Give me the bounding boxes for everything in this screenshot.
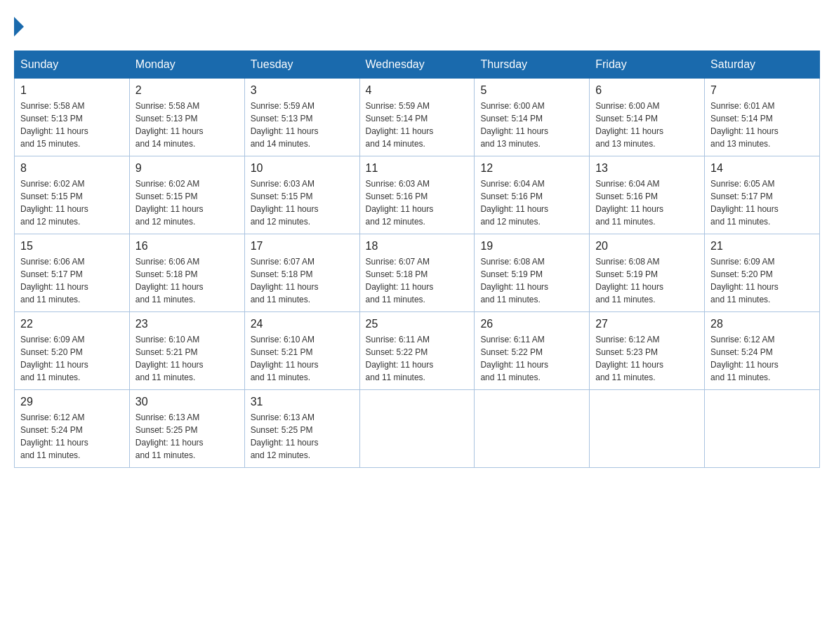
day-number: 5 xyxy=(480,84,583,97)
logo xyxy=(14,14,24,36)
day-info: Sunrise: 6:02 AMSunset: 5:15 PMDaylight:… xyxy=(20,177,124,228)
day-info: Sunrise: 6:13 AMSunset: 5:25 PMDaylight:… xyxy=(135,411,239,462)
calendar-cell: 18 Sunrise: 6:07 AMSunset: 5:18 PMDaylig… xyxy=(359,234,475,312)
calendar-header-saturday: Saturday xyxy=(705,51,820,79)
calendar-header-thursday: Thursday xyxy=(475,51,590,79)
day-number: 30 xyxy=(135,396,239,408)
day-number: 13 xyxy=(595,162,699,175)
calendar-cell: 5 Sunrise: 6:00 AMSunset: 5:14 PMDayligh… xyxy=(475,79,590,156)
calendar-header-row: SundayMondayTuesdayWednesdayThursdayFrid… xyxy=(15,51,820,79)
calendar-week-row: 22 Sunrise: 6:09 AMSunset: 5:20 PMDaylig… xyxy=(15,312,820,390)
calendar-header-sunday: Sunday xyxy=(15,51,130,79)
calendar-week-row: 15 Sunrise: 6:06 AMSunset: 5:17 PMDaylig… xyxy=(15,234,820,312)
day-info: Sunrise: 6:12 AMSunset: 5:23 PMDaylight:… xyxy=(595,333,699,384)
day-info: Sunrise: 6:01 AMSunset: 5:14 PMDaylight:… xyxy=(710,100,814,150)
day-info: Sunrise: 6:05 AMSunset: 5:17 PMDaylight:… xyxy=(710,177,814,228)
day-number: 24 xyxy=(251,318,354,330)
day-info: Sunrise: 5:59 AMSunset: 5:14 PMDaylight:… xyxy=(366,100,469,150)
day-info: Sunrise: 6:10 AMSunset: 5:21 PMDaylight:… xyxy=(135,333,239,384)
day-number: 18 xyxy=(366,240,469,253)
day-number: 23 xyxy=(135,318,239,330)
calendar-header-monday: Monday xyxy=(129,51,244,79)
calendar-cell: 12 Sunrise: 6:04 AMSunset: 5:16 PMDaylig… xyxy=(475,156,590,234)
day-info: Sunrise: 6:11 AMSunset: 5:22 PMDaylight:… xyxy=(480,333,583,384)
calendar-cell: 17 Sunrise: 6:07 AMSunset: 5:18 PMDaylig… xyxy=(244,234,359,312)
calendar-cell: 9 Sunrise: 6:02 AMSunset: 5:15 PMDayligh… xyxy=(129,156,244,234)
page-header xyxy=(14,14,820,36)
day-number: 3 xyxy=(251,84,354,97)
day-info: Sunrise: 6:00 AMSunset: 5:14 PMDaylight:… xyxy=(480,100,583,150)
calendar-cell: 7 Sunrise: 6:01 AMSunset: 5:14 PMDayligh… xyxy=(705,79,820,156)
day-number: 28 xyxy=(710,318,814,330)
calendar-cell: 16 Sunrise: 6:06 AMSunset: 5:18 PMDaylig… xyxy=(129,234,244,312)
calendar-cell: 30 Sunrise: 6:13 AMSunset: 5:25 PMDaylig… xyxy=(129,390,244,468)
calendar-cell: 22 Sunrise: 6:09 AMSunset: 5:20 PMDaylig… xyxy=(15,312,130,390)
calendar-cell: 6 Sunrise: 6:00 AMSunset: 5:14 PMDayligh… xyxy=(590,79,705,156)
day-number: 2 xyxy=(135,84,239,97)
day-info: Sunrise: 6:03 AMSunset: 5:16 PMDaylight:… xyxy=(366,177,469,228)
calendar-cell: 19 Sunrise: 6:08 AMSunset: 5:19 PMDaylig… xyxy=(475,234,590,312)
calendar-cell: 21 Sunrise: 6:09 AMSunset: 5:20 PMDaylig… xyxy=(705,234,820,312)
day-number: 10 xyxy=(251,162,354,175)
calendar-cell: 28 Sunrise: 6:12 AMSunset: 5:24 PMDaylig… xyxy=(705,312,820,390)
day-number: 7 xyxy=(710,84,814,97)
calendar-header-friday: Friday xyxy=(590,51,705,79)
day-info: Sunrise: 6:11 AMSunset: 5:22 PMDaylight:… xyxy=(366,333,469,384)
day-number: 25 xyxy=(366,318,469,330)
calendar-cell: 20 Sunrise: 6:08 AMSunset: 5:19 PMDaylig… xyxy=(590,234,705,312)
day-number: 29 xyxy=(20,396,124,408)
calendar-cell: 2 Sunrise: 5:58 AMSunset: 5:13 PMDayligh… xyxy=(129,79,244,156)
calendar-cell: 1 Sunrise: 5:58 AMSunset: 5:13 PMDayligh… xyxy=(15,79,130,156)
day-info: Sunrise: 6:13 AMSunset: 5:25 PMDaylight:… xyxy=(251,411,354,462)
calendar-week-row: 29 Sunrise: 6:12 AMSunset: 5:24 PMDaylig… xyxy=(15,390,820,468)
day-number: 16 xyxy=(135,240,239,253)
day-number: 31 xyxy=(251,396,354,408)
day-info: Sunrise: 6:06 AMSunset: 5:17 PMDaylight:… xyxy=(20,255,124,306)
day-info: Sunrise: 6:10 AMSunset: 5:21 PMDaylight:… xyxy=(251,333,354,384)
calendar-cell: 26 Sunrise: 6:11 AMSunset: 5:22 PMDaylig… xyxy=(475,312,590,390)
day-info: Sunrise: 6:03 AMSunset: 5:15 PMDaylight:… xyxy=(251,177,354,228)
day-info: Sunrise: 6:09 AMSunset: 5:20 PMDaylight:… xyxy=(710,255,814,306)
day-number: 15 xyxy=(20,240,124,253)
day-info: Sunrise: 5:59 AMSunset: 5:13 PMDaylight:… xyxy=(251,100,354,150)
calendar-cell: 8 Sunrise: 6:02 AMSunset: 5:15 PMDayligh… xyxy=(15,156,130,234)
calendar-week-row: 8 Sunrise: 6:02 AMSunset: 5:15 PMDayligh… xyxy=(15,156,820,234)
calendar-cell: 11 Sunrise: 6:03 AMSunset: 5:16 PMDaylig… xyxy=(359,156,475,234)
day-info: Sunrise: 6:12 AMSunset: 5:24 PMDaylight:… xyxy=(20,411,124,462)
day-number: 26 xyxy=(480,318,583,330)
calendar-week-row: 1 Sunrise: 5:58 AMSunset: 5:13 PMDayligh… xyxy=(15,79,820,156)
day-info: Sunrise: 6:08 AMSunset: 5:19 PMDaylight:… xyxy=(480,255,583,306)
calendar-cell: 14 Sunrise: 6:05 AMSunset: 5:17 PMDaylig… xyxy=(705,156,820,234)
day-info: Sunrise: 5:58 AMSunset: 5:13 PMDaylight:… xyxy=(135,100,239,150)
calendar-cell xyxy=(475,390,590,468)
calendar-cell: 10 Sunrise: 6:03 AMSunset: 5:15 PMDaylig… xyxy=(244,156,359,234)
day-info: Sunrise: 6:12 AMSunset: 5:24 PMDaylight:… xyxy=(710,333,814,384)
calendar-cell: 25 Sunrise: 6:11 AMSunset: 5:22 PMDaylig… xyxy=(359,312,475,390)
day-info: Sunrise: 6:07 AMSunset: 5:18 PMDaylight:… xyxy=(251,255,354,306)
day-info: Sunrise: 6:07 AMSunset: 5:18 PMDaylight:… xyxy=(366,255,469,306)
calendar-cell: 24 Sunrise: 6:10 AMSunset: 5:21 PMDaylig… xyxy=(244,312,359,390)
calendar-cell xyxy=(590,390,705,468)
calendar-cell xyxy=(359,390,475,468)
day-number: 9 xyxy=(135,162,239,175)
day-info: Sunrise: 5:58 AMSunset: 5:13 PMDaylight:… xyxy=(20,100,124,150)
day-number: 14 xyxy=(710,162,814,175)
day-info: Sunrise: 6:00 AMSunset: 5:14 PMDaylight:… xyxy=(595,100,699,150)
calendar-table: SundayMondayTuesdayWednesdayThursdayFrid… xyxy=(14,51,820,468)
logo-arrow-icon xyxy=(14,17,24,36)
day-number: 6 xyxy=(595,84,699,97)
calendar-cell: 15 Sunrise: 6:06 AMSunset: 5:17 PMDaylig… xyxy=(15,234,130,312)
day-number: 11 xyxy=(366,162,469,175)
day-info: Sunrise: 6:04 AMSunset: 5:16 PMDaylight:… xyxy=(480,177,583,228)
calendar-header-wednesday: Wednesday xyxy=(359,51,475,79)
calendar-cell: 31 Sunrise: 6:13 AMSunset: 5:25 PMDaylig… xyxy=(244,390,359,468)
calendar-cell: 4 Sunrise: 5:59 AMSunset: 5:14 PMDayligh… xyxy=(359,79,475,156)
day-info: Sunrise: 6:09 AMSunset: 5:20 PMDaylight:… xyxy=(20,333,124,384)
calendar-cell: 27 Sunrise: 6:12 AMSunset: 5:23 PMDaylig… xyxy=(590,312,705,390)
calendar-header-tuesday: Tuesday xyxy=(244,51,359,79)
calendar-cell: 13 Sunrise: 6:04 AMSunset: 5:16 PMDaylig… xyxy=(590,156,705,234)
calendar-cell: 3 Sunrise: 5:59 AMSunset: 5:13 PMDayligh… xyxy=(244,79,359,156)
day-info: Sunrise: 6:06 AMSunset: 5:18 PMDaylight:… xyxy=(135,255,239,306)
day-info: Sunrise: 6:04 AMSunset: 5:16 PMDaylight:… xyxy=(595,177,699,228)
calendar-cell: 23 Sunrise: 6:10 AMSunset: 5:21 PMDaylig… xyxy=(129,312,244,390)
